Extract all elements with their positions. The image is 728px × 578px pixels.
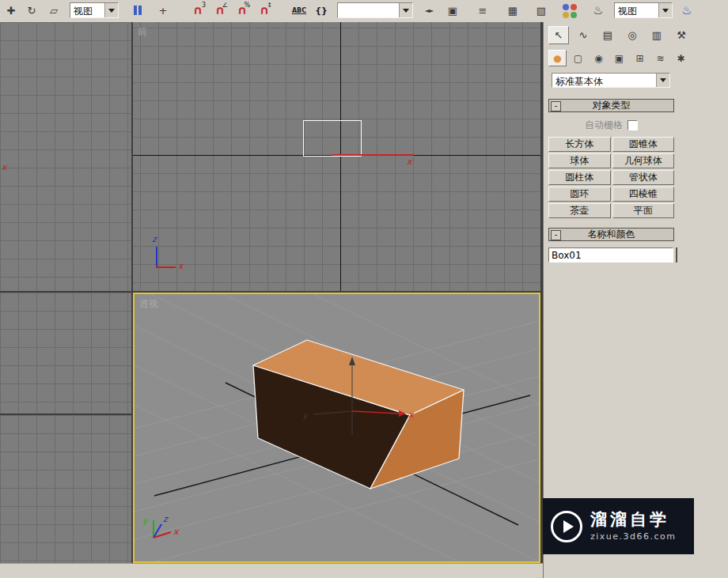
primitive-cylinder-button[interactable]: 圆柱体 [548, 170, 611, 185]
tripod-z-axis [156, 247, 157, 267]
spinner-snap-icon[interactable]: ∩ ↕ [255, 2, 274, 20]
box-creation-outline[interactable] [303, 120, 362, 157]
rollout-object-type[interactable]: - 对象类型 [548, 99, 674, 112]
display-icon: ▥ [652, 29, 662, 41]
primitive-box-button[interactable]: 长方体 [548, 137, 611, 152]
front-viewport-label[interactable]: 前 [138, 25, 147, 39]
chevron-down-icon[interactable] [658, 3, 672, 17]
rollout-name-color[interactable]: - 名称和颜色 [548, 228, 674, 241]
left-viewport-partial-middle[interactable] [0, 293, 131, 414]
command-panel: ↖ ∿ ▤ ◎ ▥ ⚒ ● ▢ ◉ ▣ ⊞ ≋ ✱ 标准基本体 - 对象类型 自… [543, 22, 728, 578]
primitive-geosphere-button[interactable]: 几何球体 [612, 153, 675, 168]
tab-display[interactable]: ▥ [646, 26, 667, 44]
primitive-buttons: 长方体 圆锥体 球体 几何球体 圆柱体 管状体 圆环 四棱锥 茶壶 平面 [548, 137, 674, 218]
percent-snap-icon[interactable]: ∩ % [233, 2, 252, 20]
cameras-icon: ▣ [615, 53, 624, 64]
edit-named-selections-icon[interactable]: {} [312, 2, 331, 20]
select-and-scale-icon[interactable]: ▱ [44, 2, 63, 20]
angle-snap-icon[interactable]: ∩ ∠ [210, 2, 229, 20]
select-and-manipulate-icon[interactable]: + [154, 2, 173, 20]
scale-glyph: ▱ [50, 6, 58, 16]
category-helpers[interactable]: ⊞ [631, 50, 649, 66]
curve-editor-icon[interactable]: ▦ [503, 2, 522, 20]
z-axis-label: z [163, 514, 169, 524]
gizmo-x-axis-line [332, 154, 414, 156]
collapse-icon[interactable]: - [551, 101, 561, 111]
z-axis-label: z [152, 235, 157, 244]
viewport-area: x 前 x z x 透视 [0, 22, 543, 563]
layers-glyph: ≡ [479, 6, 487, 16]
command-panel-tabs: ↖ ∿ ▤ ◎ ▥ ⚒ [544, 22, 728, 44]
tab-motion[interactable]: ◎ [622, 26, 643, 44]
spinner-snap-label: ↕ [267, 2, 272, 9]
autogrid-checkbox[interactable] [628, 120, 638, 130]
chevron-down-icon[interactable] [104, 3, 118, 17]
primitive-teapot-button[interactable]: 茶壶 [548, 203, 611, 218]
select-and-move-icon[interactable]: ✚ [2, 2, 21, 20]
x-axis-label: x [178, 262, 184, 270]
watermark-title: 溜溜自学 [590, 511, 677, 529]
schematic-view-icon[interactable]: ▧ [532, 2, 551, 20]
left-viewport-partial-bottom[interactable] [0, 415, 131, 563]
chevron-down-icon[interactable] [399, 3, 412, 17]
geometry-sphere-icon: ● [553, 53, 561, 64]
tab-utilities[interactable]: ⚒ [671, 26, 692, 44]
move-glyph: ✚ [7, 6, 16, 16]
primitive-pyramid-button[interactable]: 四棱锥 [612, 187, 675, 202]
primitive-sphere-button[interactable]: 球体 [548, 153, 611, 168]
lights-icon: ◉ [594, 53, 602, 64]
category-lights[interactable]: ◉ [590, 50, 608, 66]
shapes-icon: ▢ [574, 53, 582, 64]
y-axis-label: y [142, 516, 149, 526]
modify-curve-icon: ∿ [579, 29, 588, 41]
teapot-glyph: ♨ [593, 5, 603, 17]
material-spheres-glyph [563, 4, 577, 18]
object-color-swatch[interactable] [676, 247, 677, 263]
watermark-text: 溜溜自学 zixue.3d66.com [590, 511, 677, 542]
space-warps-icon: ≋ [656, 53, 664, 64]
primitive-cone-button[interactable]: 圆锥体 [612, 137, 675, 152]
category-shapes[interactable]: ▢ [569, 50, 587, 66]
abc-glyph: ABC [292, 7, 306, 14]
snap-toggle-3d-icon[interactable]: ∩ 3 [188, 2, 207, 20]
left-viewport-partial-top[interactable]: x [0, 22, 131, 291]
align-icon[interactable]: ▣ [443, 2, 462, 20]
tab-modify[interactable]: ∿ [573, 26, 593, 44]
layer-manager-icon[interactable]: ≡ [473, 2, 492, 20]
object-name-input[interactable] [548, 247, 673, 263]
primitive-plane-button[interactable]: 平面 [612, 203, 675, 218]
named-selection-sets-icon[interactable]: ABC [290, 2, 309, 20]
category-geometry[interactable]: ● [548, 50, 567, 66]
tab-create[interactable]: ↖ [548, 26, 569, 44]
named-selection-dropdown[interactable] [337, 2, 413, 18]
world-z-axis-line [340, 22, 341, 291]
center-bars-glyph [133, 3, 142, 18]
systems-icon: ✱ [677, 53, 684, 64]
tab-hierarchy[interactable]: ▤ [597, 26, 618, 44]
front-viewport[interactable]: 前 x z x [133, 22, 540, 291]
mirror-icon[interactable]: ◄► [419, 2, 438, 20]
rotate-glyph: ↻ [28, 6, 36, 16]
material-editor-icon[interactable] [560, 2, 579, 20]
quick-render-icon[interactable]: ♨ [677, 2, 696, 20]
chevron-down-icon[interactable] [656, 74, 669, 87]
schematic-glyph: ▧ [537, 6, 546, 16]
category-spacewarps[interactable]: ≋ [651, 50, 669, 66]
perspective-viewport[interactable]: 透视 [133, 293, 540, 563]
primitive-category-dropdown[interactable]: 标准基本体 [552, 73, 670, 88]
collapse-icon[interactable]: - [551, 230, 561, 240]
perspective-canvas[interactable]: 透视 [135, 294, 539, 561]
category-cameras[interactable]: ▣ [610, 50, 628, 66]
primitive-tube-button[interactable]: 管状体 [612, 170, 675, 185]
select-and-rotate-icon[interactable]: ↻ [22, 2, 41, 20]
render-setup-icon[interactable]: ♨ [589, 2, 608, 20]
render-type-dropdown[interactable]: 视图 [614, 2, 673, 18]
autogrid-label: 自动栅格 [585, 119, 623, 132]
hierarchy-icon: ▤ [603, 29, 612, 41]
use-center-icon[interactable] [128, 2, 147, 20]
reference-coordinate-dropdown[interactable]: 视图 [70, 2, 119, 18]
box-object[interactable] [253, 340, 464, 489]
perspective-viewport-label[interactable]: 透视 [139, 297, 158, 311]
primitive-torus-button[interactable]: 圆环 [548, 187, 611, 202]
category-systems[interactable]: ✱ [672, 50, 690, 66]
